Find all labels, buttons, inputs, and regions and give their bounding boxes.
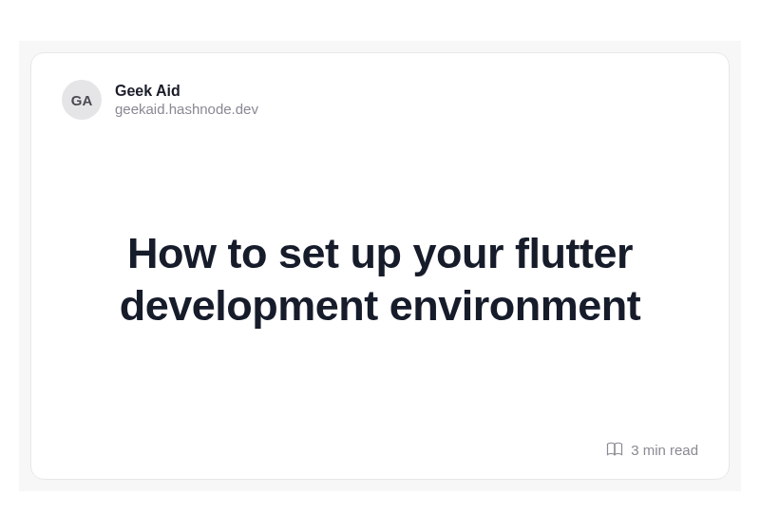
avatar-initials: GA — [71, 92, 93, 108]
post-title: How to set up your flutter development e… — [71, 228, 689, 332]
card-header: GA Geek Aid geekaid.hashnode.dev — [62, 80, 698, 120]
read-time: 3 min read — [631, 442, 698, 458]
author-block: Geek Aid geekaid.hashnode.dev — [115, 83, 258, 117]
author-avatar[interactable]: GA — [62, 80, 102, 120]
card-footer: 3 min read — [62, 441, 698, 458]
book-open-icon — [606, 441, 623, 458]
author-domain[interactable]: geekaid.hashnode.dev — [115, 101, 258, 117]
card-frame: GA Geek Aid geekaid.hashnode.dev How to … — [19, 41, 741, 491]
post-card[interactable]: GA Geek Aid geekaid.hashnode.dev How to … — [30, 52, 730, 480]
author-name[interactable]: Geek Aid — [115, 83, 258, 100]
title-area: How to set up your flutter development e… — [62, 120, 698, 441]
